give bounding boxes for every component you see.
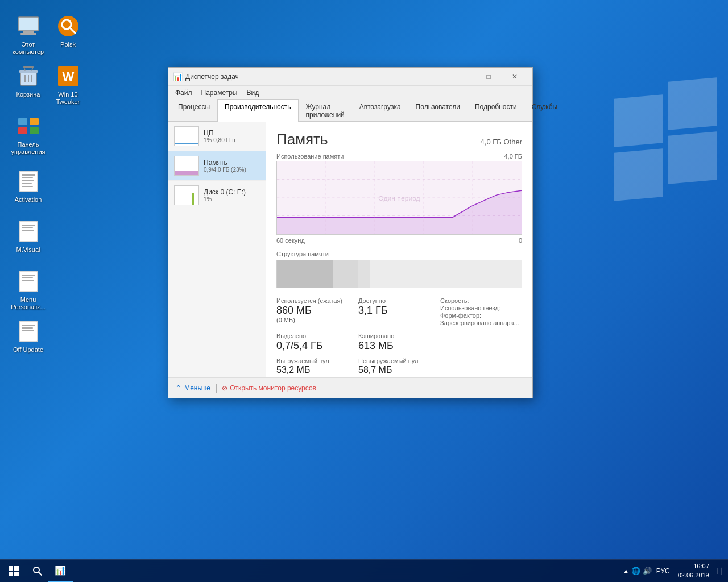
footer-separator: | [215,383,217,393]
sidebar-item-disk[interactable]: Диск 0 (C: E:) 1% [168,181,266,210]
stat-paged-value: 53,2 МБ [276,365,358,375]
icon-this-pc-label: Этот компьютер [9,41,47,56]
svg-rect-7 [19,70,38,73]
icon-mvisual[interactable]: M.Visual [7,217,49,256]
monitor-button[interactable]: ⊘ Открыть монитор ресурсов [222,384,316,392]
icon-poisk[interactable]: Poisk [47,11,89,51]
stat-used-value: 860 МБ [276,305,358,317]
struct-label: Структура памяти [276,251,522,257]
tray-volume-icon[interactable]: 🔊 [643,567,652,575]
icon-activation[interactable]: Activation [7,167,49,206]
mem-sub: 0,9/4,0 ГБ (23%) [204,167,260,173]
svg-rect-19 [30,127,39,134]
stat-form-label: Форм-фактор: [440,312,522,319]
svg-rect-24 [22,183,32,184]
svg-rect-2 [20,33,36,35]
icon-win10tweaker-label: Win 10Tweaker [56,91,80,106]
start-button[interactable] [0,560,27,583]
tray-icons: ▲ 🌐 🔊 [623,567,652,575]
stat-nonpaged-value: 58,7 МБ [358,365,440,375]
icon-mvisual-label: M.Visual [16,246,40,253]
stat-used-sub: (0 МБ) [276,317,358,323]
minimize-button[interactable]: ─ [449,68,475,86]
tray-arrow-icon[interactable]: ▲ [623,568,629,574]
taskbar-taskmanager-app[interactable]: 📊 [48,560,73,583]
cpu-thumbnail [174,126,199,146]
stat-allocated: Выделено 0,7/5,4 ГБ [276,332,358,352]
tray-lang[interactable]: РУС [656,567,670,575]
taskbar-search-button[interactable] [27,561,48,581]
taskmanager-taskbar-icon: 📊 [55,565,66,576]
taskbar: 📊 ▲ 🌐 🔊 РУС 16:07 02.06.2019 │ [0,559,728,582]
monitor-icon: ⊘ [222,384,228,392]
tray-network-icon[interactable]: 🌐 [631,567,640,575]
svg-rect-50 [14,572,19,576]
menubar: Файл Параметры Вид [168,86,532,99]
icon-korzina[interactable]: Корзина [7,61,49,101]
icon-panel[interactable]: Панельуправления [7,111,49,158]
mem-thumbnail [174,156,199,176]
icon-poisk-label: Poisk [60,41,76,48]
stat-used: Используется (сжатая) 860 МБ (0 МБ) [276,297,358,327]
icon-panel-label: Панельуправления [11,141,46,156]
stat-used-label: Используется (сжатая) [276,297,358,304]
tab-startup[interactable]: Автозагрузка [352,99,408,122]
taskbar-clock[interactable]: 16:07 02.06.2019 [675,560,713,583]
icon-menu-personal-label: MenuPersonaliz... [11,296,46,311]
tab-apphistory[interactable]: Журнал приложений [299,99,352,122]
tab-services[interactable]: Службы [524,99,565,122]
tab-performance[interactable]: Производительность [217,99,298,122]
svg-rect-27 [22,225,35,226]
cpu-sub: 1% 0,80 ГГц [204,137,260,143]
svg-rect-21 [22,174,35,176]
icon-off-update[interactable]: Off Update [7,317,49,356]
taskmanager-window: 📊 Диспетчер задач ─ □ ✕ Файл Параметры В… [168,67,533,398]
svg-rect-35 [22,325,35,326]
icon-this-pc[interactable]: Этот компьютер [7,11,49,58]
chart-label: Использование памяти 4,0 ГБ [276,153,522,160]
chart-label-right: 4,0 ГБ [504,153,522,160]
svg-rect-0 [18,17,39,31]
less-button[interactable]: ⌃ Меньше [175,384,210,393]
svg-rect-25 [22,186,33,187]
performance-panel: Память 4,0 ГБ Other Использование памяти… [266,122,532,377]
stat-info2 [440,332,522,352]
menu-view[interactable]: Вид [242,88,263,98]
icon-win10tweaker[interactable]: W Win 10Tweaker [47,61,89,108]
menu-file[interactable]: Файл [171,88,197,98]
panel-title: Память [276,131,328,148]
panel-subtitle: 4,0 ГБ Other [481,138,522,146]
windows-icon [8,566,19,577]
svg-text:Один период: Один период [378,196,420,202]
taskbar-tray: ▲ 🌐 🔊 РУС 16:07 02.06.2019 │ [619,560,728,583]
show-desktop-button[interactable]: │ [717,568,723,574]
stat-nonpaged-label: Невыгружаемый пул [358,357,440,364]
svg-rect-22 [22,177,33,178]
tab-details[interactable]: Подробности [468,99,524,122]
close-button[interactable]: ✕ [502,68,528,86]
less-label: Меньше [184,384,210,392]
stat-allocated-label: Выделено [276,332,358,339]
stats-grid: Используется (сжатая) 860 МБ (0 МБ) Дост… [276,297,522,375]
panel-header: Память 4,0 ГБ Other [276,131,522,148]
stat-allocated-value: 0,7/5,4 ГБ [276,340,358,352]
clock-date: 02.06.2019 [678,571,709,580]
disk-thumbnail [174,185,199,205]
menu-params[interactable]: Параметры [197,88,242,98]
svg-rect-23 [22,180,34,181]
disk-sub: 1% [204,196,260,202]
svg-rect-36 [22,327,33,329]
struct-seg-modified [333,260,358,288]
maximize-button[interactable]: □ [475,68,502,86]
stat-info1: Скорость: Использовано гнезд: Форм-факто… [440,297,522,327]
sidebar-item-cpu[interactable]: ЦП 1% 0,80 ГГц [168,122,266,151]
stat-available-value: 3,1 ГБ [358,305,440,317]
icon-menu-personal[interactable]: MenuPersonaliz... [7,267,49,313]
sidebar-item-memory[interactable]: Память 0,9/4,0 ГБ (23%) [168,151,266,181]
svg-rect-1 [23,31,34,33]
tab-processes[interactable]: Процессы [171,99,217,122]
icon-korzina-label: Корзина [16,91,40,98]
taskmanager-icon: 📊 [173,72,182,81]
titlebar-buttons: ─ □ ✕ [449,68,528,86]
tab-users[interactable]: Пользователи [408,99,468,122]
